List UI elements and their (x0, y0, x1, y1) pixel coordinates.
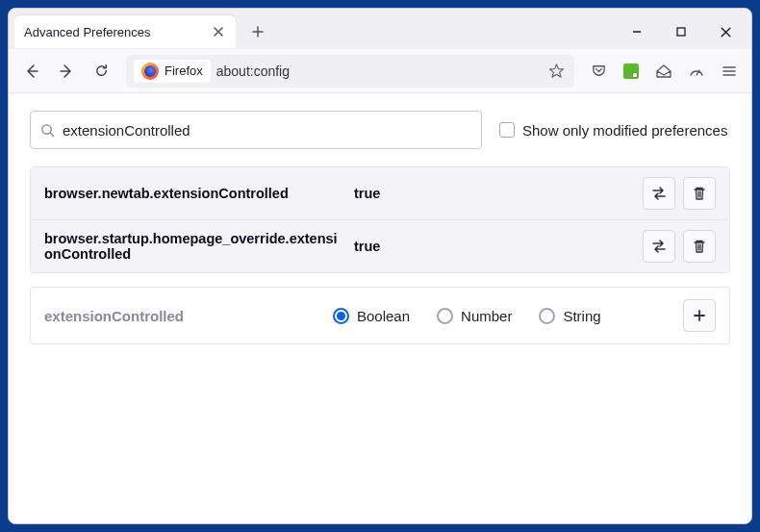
identity-box[interactable]: Firefox (134, 60, 211, 83)
radio-label: Number (461, 308, 512, 324)
checkbox-icon (499, 122, 515, 138)
extension-icon (623, 63, 639, 79)
minimize-icon (631, 26, 643, 38)
radio-boolean[interactable]: Boolean (333, 308, 410, 324)
reload-icon (93, 63, 110, 79)
preference-row[interactable]: browser.startup.homepage_override.extens… (31, 219, 729, 272)
pocket-button[interactable] (584, 57, 613, 86)
active-tab[interactable]: Advanced Preferences (14, 15, 236, 48)
plus-icon (251, 25, 265, 38)
trash-icon (692, 239, 707, 254)
hamburger-icon (722, 63, 737, 79)
forward-button[interactable] (51, 56, 82, 87)
trash-icon (692, 186, 707, 201)
new-preference-name: extensionControlled (44, 308, 323, 324)
svg-rect-0 (677, 28, 685, 36)
arrow-left-icon (23, 63, 40, 80)
new-preference-row: extensionControlled Boolean Number Strin… (30, 287, 730, 344)
radio-icon (437, 308, 453, 324)
titlebar: Advanced Preferences (9, 9, 751, 49)
close-window-button[interactable] (705, 17, 746, 46)
preference-value: true (354, 239, 633, 254)
radio-string[interactable]: String (539, 308, 600, 324)
extension-button[interactable] (617, 57, 646, 86)
browser-window: Advanced Preferences (8, 8, 752, 524)
search-icon (40, 123, 55, 138)
address-bar[interactable]: Firefox about:config (126, 55, 574, 88)
mail-icon (655, 63, 672, 80)
back-button[interactable] (16, 56, 47, 87)
plus-icon (692, 308, 707, 323)
toggle-icon (650, 185, 668, 202)
add-button[interactable] (683, 299, 716, 332)
toggle-button[interactable] (643, 230, 675, 263)
about-config-content: Show only modified preferences browser.n… (9, 93, 751, 523)
arrow-right-icon (58, 63, 75, 80)
shield-button[interactable] (682, 57, 711, 86)
close-icon (720, 26, 732, 38)
close-tab-button[interactable] (211, 24, 226, 39)
preference-value: true (354, 186, 633, 201)
row-actions (643, 177, 716, 210)
toggle-icon (650, 238, 668, 255)
type-options: Boolean Number String (333, 308, 673, 324)
bookmark-button[interactable] (545, 61, 567, 82)
reload-button[interactable] (86, 56, 116, 87)
star-icon (548, 63, 565, 79)
maximize-button[interactable] (661, 17, 701, 46)
search-input[interactable] (63, 122, 471, 139)
delete-button[interactable] (683, 177, 716, 210)
new-tab-button[interactable] (243, 17, 272, 46)
radio-label: String (563, 308, 600, 324)
pocket-icon (591, 63, 607, 79)
app-menu-button[interactable] (715, 57, 744, 86)
minimize-button[interactable] (617, 17, 657, 46)
url-text: about:config (216, 63, 540, 79)
radio-icon (539, 308, 555, 324)
window-chrome: Advanced Preferences (9, 9, 751, 93)
radio-label: Boolean (357, 308, 410, 324)
mail-button[interactable] (649, 57, 678, 86)
toggle-button[interactable] (643, 177, 675, 210)
close-icon (213, 26, 224, 38)
modified-only-checkbox[interactable]: Show only modified preferences (499, 122, 727, 139)
preference-row[interactable]: browser.newtab.extensionControlled true (31, 167, 729, 219)
preference-name: browser.newtab.extensionControlled (44, 186, 344, 201)
preference-results: browser.newtab.extensionControlled true … (30, 166, 730, 273)
search-row: Show only modified preferences (30, 111, 730, 149)
navigation-toolbar: Firefox about:config (9, 49, 751, 93)
checkbox-label: Show only modified preferences (522, 122, 727, 139)
maximize-icon (675, 26, 687, 38)
preference-name: browser.startup.homepage_override.extens… (44, 231, 344, 262)
tab-title: Advanced Preferences (24, 25, 201, 39)
search-box[interactable] (30, 111, 482, 149)
delete-button[interactable] (683, 230, 716, 263)
gauge-icon (688, 63, 705, 80)
identity-label: Firefox (165, 63, 203, 78)
radio-icon (333, 308, 349, 324)
row-actions (643, 230, 716, 263)
radio-number[interactable]: Number (437, 308, 512, 324)
firefox-icon (141, 63, 159, 80)
